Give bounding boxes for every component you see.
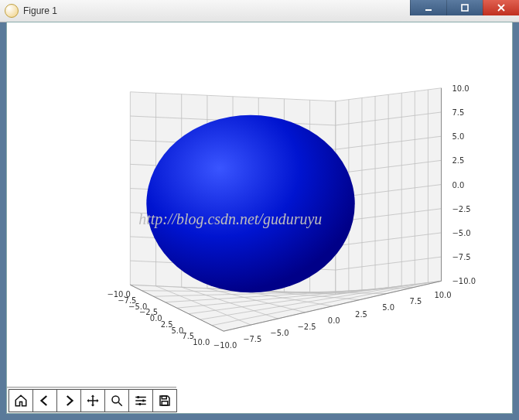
z-tick-label: 5.0 [452,132,464,141]
sliders-icon [134,394,148,408]
nav-toolbar [7,387,176,413]
z-tick-label: −10.0 [452,277,476,285]
y-tick-label: 10.0 [434,291,451,299]
pan-button[interactable] [80,389,105,412]
minimize-button[interactable] [410,0,446,15]
y-tick-label: −10.0 [213,341,237,350]
svg-rect-70 [142,399,144,401]
zoom-button[interactable] [104,389,129,412]
maximize-icon [460,3,469,12]
z-tick-label: 2.5 [452,156,464,165]
client-area: 10.07.55.02.50.0−2.5−5.0−7.5−10.010.07.5… [6,22,513,414]
z-tick-label: 7.5 [452,108,464,117]
x-tick-label: −10.0 [107,290,131,299]
window-controls [410,0,519,15]
maximize-button[interactable] [446,0,483,15]
app-icon [5,4,19,18]
watermark-text: http://blog.csdn.net/guduruyu [138,210,322,228]
window-title: Figure 1 [23,5,57,16]
z-tick-label: −7.5 [452,253,470,261]
z-tick-label: 0.0 [452,181,464,190]
svg-rect-1 [462,5,468,11]
y-tick-label: 7.5 [409,297,422,306]
y-tick-label: −7.5 [243,335,261,343]
x-tick-label: 5.0 [171,326,183,335]
z-tick-label: −5.0 [452,229,470,237]
minimize-icon [424,3,433,12]
y-tick-label: −2.5 [298,323,316,331]
save-icon [158,394,172,408]
svg-rect-72 [162,396,166,399]
close-button[interactable] [483,0,519,15]
move-icon [86,394,100,408]
z-tick-label: −2.5 [452,205,470,213]
back-button[interactable] [32,389,57,412]
y-tick-label: 5.0 [382,303,394,312]
x-tick-label: 2.5 [161,320,173,329]
z-tick-label: 10.0 [452,84,469,93]
home-icon [14,394,28,408]
y-tick-label: −5.0 [270,329,289,337]
back-icon [38,394,52,408]
svg-rect-71 [139,403,141,405]
configure-button[interactable] [128,389,153,412]
x-tick-label: 7.5 [182,332,194,340]
y-tick-label: 0.0 [328,316,340,325]
x-tick-label: 10.0 [193,338,210,347]
svg-rect-69 [138,396,139,398]
axes3d: 10.07.55.02.50.0−2.5−5.0−7.5−10.010.07.5… [7,22,512,387]
zoom-icon [110,394,124,408]
svg-point-64 [112,396,119,403]
svg-rect-73 [162,401,168,405]
home-button[interactable] [9,389,33,412]
plot-canvas[interactable]: 10.07.55.02.50.0−2.5−5.0−7.5−10.010.07.5… [7,22,512,387]
title-bar[interactable]: Figure 1 [0,0,519,22]
forward-icon [62,394,76,408]
window-frame: Figure 1 10.07. [0,0,519,420]
forward-button[interactable] [56,389,81,412]
save-button[interactable] [152,389,177,412]
sphere-surface [146,115,354,293]
svg-line-65 [118,402,122,406]
close-icon [497,3,506,12]
y-tick-label: 2.5 [355,310,367,319]
